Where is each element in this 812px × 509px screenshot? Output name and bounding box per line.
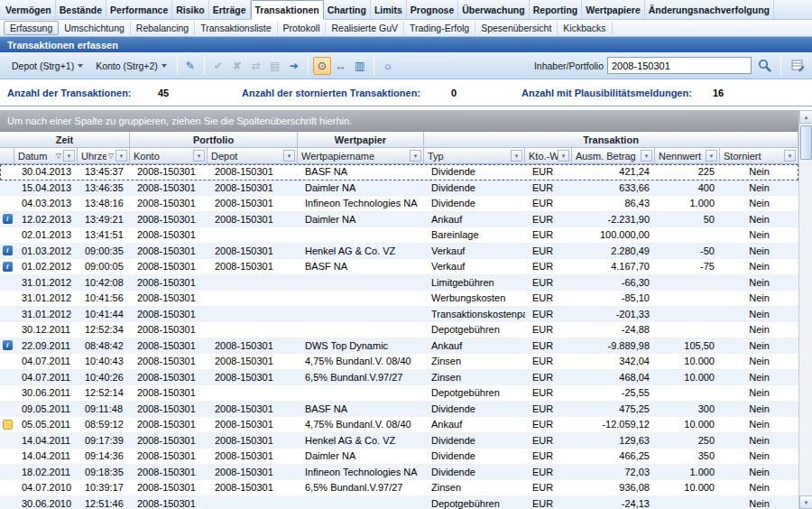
row-icon-cell bbox=[0, 496, 14, 509]
import-icon[interactable]: ➔ bbox=[285, 57, 303, 75]
cell-kto-wg: EUR bbox=[525, 291, 572, 307]
table-row[interactable]: 04.03.201313:48:162008-1503012008-150301… bbox=[0, 196, 798, 212]
cell-typ: Bareinlage bbox=[424, 227, 525, 244]
search-icon[interactable] bbox=[755, 57, 773, 75]
filter-button-icon[interactable] bbox=[283, 150, 295, 162]
table-row[interactable]: 02.01.201313:41:512008-150301BareinlageE… bbox=[0, 227, 798, 244]
sub-tab-realisierte-guv[interactable]: Realisierte GuV bbox=[326, 22, 404, 34]
main-tab-charting[interactable]: Charting bbox=[324, 0, 371, 19]
filter-button-icon[interactable] bbox=[784, 150, 796, 162]
main-tab-limits[interactable]: Limits bbox=[371, 0, 407, 19]
table-row[interactable]: 01.03.201209:00:352008-1503012008-150301… bbox=[0, 244, 798, 260]
table-row[interactable]: 31.01.201210:41:442008-150301Transaktion… bbox=[0, 307, 798, 323]
cell-nennwert bbox=[655, 496, 720, 509]
cell-storniert: Nein bbox=[720, 322, 798, 338]
konto-dropdown-label: Konto (Strg+2) bbox=[96, 60, 158, 71]
row-icon-cell bbox=[0, 417, 14, 433]
column-header-depot[interactable]: Depot bbox=[208, 148, 298, 164]
cell-nennwert bbox=[655, 227, 720, 244]
table-row[interactable]: 30.04.201313:45:372008-1503012008-150301… bbox=[0, 164, 798, 180]
main-tab-bestaende[interactable]: Bestände bbox=[56, 0, 106, 19]
column-chooser-icon[interactable]: ▥ bbox=[351, 57, 369, 75]
sub-tab-rebalancing[interactable]: Rebalancing bbox=[131, 22, 195, 34]
filter-button-icon[interactable] bbox=[115, 150, 127, 162]
sub-tab-spesenuebersicht[interactable]: Spesenübersicht bbox=[475, 22, 558, 34]
column-header-kto-wg[interactable]: Kto.-Wg. bbox=[525, 148, 572, 164]
column-header-ausm-betrag[interactable]: Ausm. Betrag bbox=[572, 148, 655, 164]
preview-toggle-icon[interactable]: ⊙ bbox=[313, 57, 331, 75]
table-row[interactable]: 15.04.201313:46:352008-1503012008-150301… bbox=[0, 180, 798, 197]
table-row[interactable]: 05.05.201108:59:122008-1503012008-150301… bbox=[0, 417, 798, 433]
main-tab-vermoegen[interactable]: Vermögen bbox=[2, 0, 56, 19]
column-header-uhrzeit[interactable]: Uhrzeit▽ bbox=[78, 148, 130, 164]
table-row[interactable]: 30.06.201112:52:142008-150301Depotgebühr… bbox=[0, 385, 798, 402]
main-tab-wertpapiere[interactable]: Wertpapiere bbox=[582, 0, 645, 19]
sub-tab-kickbacks[interactable]: Kickbacks bbox=[558, 22, 612, 34]
column-header-datum[interactable]: Datum▽ bbox=[14, 148, 78, 164]
main-tab-performance[interactable]: Performance bbox=[106, 0, 172, 19]
table-row[interactable]: 30.06.201012:51:462008-150301Depotgebühr… bbox=[0, 496, 798, 509]
cell-uhrzeit: 13:45:37 bbox=[78, 164, 130, 180]
main-tab-ertraege[interactable]: Erträge bbox=[209, 0, 251, 19]
cell-nennwert: 350 bbox=[655, 449, 720, 465]
table-row[interactable]: 14.04.201109:17:392008-1503012008-150301… bbox=[0, 433, 798, 449]
sub-tab-umschichtung[interactable]: Umschichtung bbox=[59, 22, 131, 34]
main-tab-reporting[interactable]: Reporting bbox=[530, 0, 583, 19]
table-row[interactable]: 04.07.201110:40:432008-1503012008-150301… bbox=[0, 354, 798, 370]
table-row[interactable]: 12.02.201313:49:212008-1503012008-150301… bbox=[0, 212, 798, 228]
scroll-thumb[interactable] bbox=[800, 125, 812, 160]
column-header-typ[interactable]: Typ bbox=[424, 148, 525, 164]
portfolio-input[interactable] bbox=[607, 57, 752, 74]
depot-dropdown-button[interactable]: Depot (Strg+1) bbox=[5, 57, 89, 75]
filter-button-icon[interactable] bbox=[641, 150, 652, 162]
filter-button-icon[interactable] bbox=[558, 150, 569, 162]
cell-uhrzeit: 09:11:48 bbox=[78, 402, 130, 418]
settings-icon[interactable]: ☼ bbox=[379, 57, 397, 75]
portfolio-picker-icon[interactable] bbox=[789, 57, 807, 75]
filter-button-icon[interactable] bbox=[410, 150, 421, 162]
main-tab-risiko[interactable]: Risiko bbox=[172, 0, 209, 19]
filter-button-icon[interactable] bbox=[63, 150, 75, 162]
column-header-nennwert[interactable]: Nennwert bbox=[655, 148, 720, 164]
table-row[interactable]: 22.09.201108:48:422008-1503012008-150301… bbox=[0, 338, 798, 355]
info-icon bbox=[3, 214, 13, 224]
table-row[interactable]: 31.01.201210:41:562008-150301Werbungskos… bbox=[0, 291, 798, 307]
main-tab-aenderungsnachverfolgung[interactable]: Änderungsnachverfolgung bbox=[645, 0, 774, 19]
group-by-drop-zone[interactable]: Um nach einer Spalte zu gruppieren, zieh… bbox=[0, 110, 798, 132]
sub-tab-trading-erfolg[interactable]: Trading-Erfolg bbox=[404, 22, 475, 34]
column-header-wertpapiername[interactable]: Wertpapiername bbox=[298, 148, 424, 164]
column-header-konto[interactable]: Konto bbox=[130, 148, 208, 164]
column-header-storniert[interactable]: Storniert bbox=[720, 148, 798, 164]
table-row[interactable]: 04.07.201010:39:172008-1503012008-150301… bbox=[0, 480, 798, 496]
cell-kto-wg: EUR bbox=[525, 338, 572, 355]
filter-button-icon[interactable] bbox=[706, 150, 717, 162]
cell-nennwert bbox=[655, 307, 720, 323]
fit-columns-icon[interactable]: ↔ bbox=[332, 57, 350, 75]
cell-typ: Transaktionskostenpauschale bbox=[424, 307, 525, 323]
group-header-wertpapier[interactable]: Wertpapier bbox=[298, 132, 424, 148]
sub-tab-protokoll[interactable]: Protokoll bbox=[278, 22, 327, 34]
vertical-scrollbar[interactable] bbox=[798, 110, 812, 509]
table-row[interactable]: 04.07.201110:40:262008-1503012008-150301… bbox=[0, 370, 798, 386]
main-tab-transaktionen[interactable]: Transaktionen bbox=[251, 0, 324, 20]
main-tab-prognose[interactable]: Prognose bbox=[407, 0, 458, 19]
edit-transaction-icon[interactable]: ✎ bbox=[181, 57, 199, 75]
konto-dropdown-button[interactable]: Konto (Strg+2) bbox=[89, 57, 173, 75]
table-row[interactable]: 01.02.201209:00:052008-1503012008-150301… bbox=[0, 259, 798, 275]
table-row[interactable]: 18.02.201109:18:352008-1503012008-150301… bbox=[0, 465, 798, 481]
group-header-transaktion[interactable]: Transaktion bbox=[424, 132, 798, 148]
table-row[interactable]: 14.04.201109:14:362008-1503012008-150301… bbox=[0, 449, 798, 465]
scroll-up-icon[interactable] bbox=[799, 110, 812, 124]
table-row[interactable]: 31.01.201210:42:082008-150301Limitgebühr… bbox=[0, 275, 798, 292]
table-row[interactable]: 30.12.201112:52:342008-150301Depotgebühr… bbox=[0, 322, 798, 338]
filter-button-icon[interactable] bbox=[511, 150, 522, 162]
sub-tab-erfassung[interactable]: Erfassung bbox=[4, 21, 59, 35]
scroll-down-icon[interactable] bbox=[799, 495, 812, 509]
main-tab-ueberwachung[interactable]: Überwachung bbox=[458, 0, 529, 19]
sub-tab-transaktionsliste[interactable]: Transaktionsliste bbox=[195, 22, 277, 34]
group-header-zeit[interactable]: Zeit bbox=[0, 132, 130, 148]
table-row[interactable]: 09.05.201109:11:482008-1503012008-150301… bbox=[0, 402, 798, 418]
cell-ausm-betrag: -66,30 bbox=[572, 275, 655, 292]
filter-button-icon[interactable] bbox=[193, 150, 205, 162]
group-header-portfolio[interactable]: Portfolio bbox=[130, 132, 298, 148]
